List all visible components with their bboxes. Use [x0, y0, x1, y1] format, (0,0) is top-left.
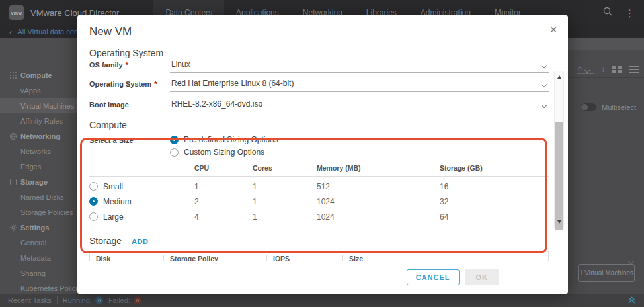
select-a-size-label: Select a Size	[89, 135, 170, 157]
radio-predefined-sizing[interactable]: Pre-defined Sizing Options	[170, 135, 549, 144]
operating-system-select[interactable]: Red Hat Enterprise Linux 8 (64-bit)	[170, 79, 549, 92]
multiselect-label: Multiselect	[602, 103, 636, 111]
chevron-down-icon[interactable]	[628, 258, 635, 265]
sizing-table-header: CPU Cores Memory (MB) Storage (GB)	[89, 164, 549, 177]
vm-count-button[interactable]: 1 Virtual Machines	[578, 264, 635, 282]
sidebar-item-affinity-rules[interactable]: Affinity Rules	[0, 113, 77, 128]
search-icon[interactable]	[602, 6, 613, 19]
radio-icon[interactable]	[89, 212, 98, 221]
dialog-body: Operating System OS family* Linux Operat…	[77, 45, 568, 261]
operating-system-label: Operating System	[89, 80, 151, 88]
sidebar-item-kubernetes-policies[interactable]: Kubernetes Policies	[0, 281, 77, 294]
chevron-down-icon	[542, 63, 547, 68]
cancel-button[interactable]: CANCEL	[407, 269, 460, 285]
scrollbar-thumb[interactable]	[555, 122, 563, 230]
sidebar-item-networks[interactable]: Networks	[0, 144, 77, 159]
modal-scrollbar[interactable]	[554, 71, 564, 228]
col-size: Size	[343, 255, 481, 261]
boot-image-label: Boot image	[89, 101, 129, 109]
required-marker: *	[154, 80, 157, 88]
content-header-band	[567, 38, 644, 50]
storage-table: Disk Storage Policy IOPS Size	[89, 251, 549, 261]
settings-gear-icon	[9, 224, 17, 232]
sidebar-item-named-disks[interactable]: Named Disks	[0, 189, 77, 204]
sidebar-item-settings[interactable]: Settings	[0, 220, 77, 235]
close-icon[interactable]: ✕	[549, 24, 557, 35]
back-chevron-icon[interactable]: ‹	[9, 27, 12, 37]
dialog-footer: CANCEL OK	[77, 261, 568, 294]
screen: vmw VMware Cloud Director Data Centers A…	[0, 0, 644, 307]
sidebar-item-networking[interactable]: Networking	[0, 128, 77, 144]
recent-tasks-bar: Recent Tasks Running: 0 Failed: 0	[0, 294, 644, 307]
radio-icon[interactable]	[170, 148, 179, 157]
chevron-down-icon	[584, 67, 590, 73]
field-os-family: OS family* Linux	[89, 60, 549, 73]
size-row-small[interactable]: Small 1 1 512 16	[89, 179, 549, 194]
failed-label: Failed:	[108, 296, 130, 304]
expand-panel-icon[interactable]	[627, 296, 636, 305]
multiselect-toggle[interactable]	[581, 103, 596, 111]
sidebar: Compute vApps Virtual Machines Affinity …	[0, 38, 77, 294]
more-options-icon[interactable]: ⋮	[625, 8, 635, 18]
list-view-icon[interactable]	[629, 66, 639, 73]
sidebar-item-general[interactable]: General	[0, 235, 77, 250]
failed-count-badge: 0	[134, 296, 141, 304]
boot-image-select[interactable]: RHEL-8.2-x86_64-dvd.iso	[170, 99, 549, 112]
section-heading-operating-system: Operating System	[89, 48, 549, 58]
card-view-icon[interactable]	[612, 66, 622, 73]
content-right-strip: e ↓ Multiselect 1 Virtual Machines	[567, 38, 644, 294]
sidebar-item-compute[interactable]: Compute	[0, 67, 77, 83]
dialog-title: New VM	[89, 25, 556, 38]
col-memory: Memory (MB)	[317, 164, 440, 172]
select-a-size-row: Select a Size Pre-defined Sizing Options…	[89, 135, 549, 157]
sidebar-item-edges[interactable]: Edges	[0, 159, 77, 174]
sizing-table: CPU Cores Memory (MB) Storage (GB) Small…	[89, 164, 549, 224]
networking-icon	[9, 132, 17, 140]
col-disk: Disk	[90, 255, 164, 261]
chevron-down-icon	[542, 103, 547, 108]
sidebar-item-storage-policies[interactable]: Storage Policies	[0, 204, 77, 220]
sidebar-item-sharing[interactable]: Sharing	[0, 265, 77, 281]
section-heading-compute: Compute	[89, 120, 549, 130]
col-iops: IOPS	[267, 255, 343, 261]
divider	[57, 296, 58, 304]
radio-icon[interactable]	[89, 182, 98, 191]
download-icon[interactable]: ↓	[601, 65, 605, 74]
required-marker: *	[126, 61, 128, 69]
radio-icon[interactable]	[89, 197, 98, 206]
radio-custom-sizing[interactable]: Custom Sizing Options	[170, 148, 549, 157]
scroll-down-icon[interactable]	[555, 218, 563, 226]
field-operating-system: Operating System* Red Hat Enterprise Lin…	[89, 79, 549, 92]
storage-table-header: Disk Storage Policy IOPS Size	[90, 252, 548, 261]
radio-icon[interactable]	[170, 136, 179, 144]
sidebar-item-metadata[interactable]: Metadata	[0, 250, 77, 265]
os-family-select[interactable]: Linux	[170, 60, 549, 73]
vmware-logo: vmw	[9, 5, 24, 20]
recent-tasks-label: Recent Tasks	[8, 296, 52, 304]
add-disk-link[interactable]: ADD	[132, 238, 148, 245]
storage-icon	[9, 178, 17, 186]
size-row-medium[interactable]: Medium 2 1 1024 32	[89, 194, 549, 209]
os-family-label: OS family	[89, 61, 123, 69]
col-storage-policy: Storage Policy	[164, 255, 267, 261]
col-cpu: CPU	[194, 164, 253, 172]
scroll-up-icon[interactable]	[555, 73, 563, 81]
sidebar-item-vapps[interactable]: vApps	[0, 83, 77, 98]
divider	[567, 77, 644, 78]
size-row-large[interactable]: Large 4 1 1024 64	[89, 209, 549, 224]
new-vm-dialog: New VM ✕ Operating System OS family* Lin…	[77, 15, 568, 294]
sort-dropdown[interactable]: e	[577, 65, 594, 74]
running-count-badge: 0	[95, 296, 103, 304]
compute-icon	[9, 71, 17, 79]
sidebar-item-virtual-machines[interactable]: Virtual Machines	[0, 98, 77, 113]
sidebar-item-storage[interactable]: Storage	[0, 174, 77, 189]
col-cores: Cores	[253, 164, 317, 172]
ok-button[interactable]: OK	[465, 269, 500, 285]
col-storage: Storage (GB)	[440, 164, 549, 172]
running-label: Running:	[63, 296, 92, 304]
chevron-down-icon	[542, 82, 547, 87]
field-boot-image: Boot image RHEL-8.2-x86_64-dvd.iso	[89, 99, 549, 112]
section-heading-storage: Storage	[89, 236, 122, 246]
